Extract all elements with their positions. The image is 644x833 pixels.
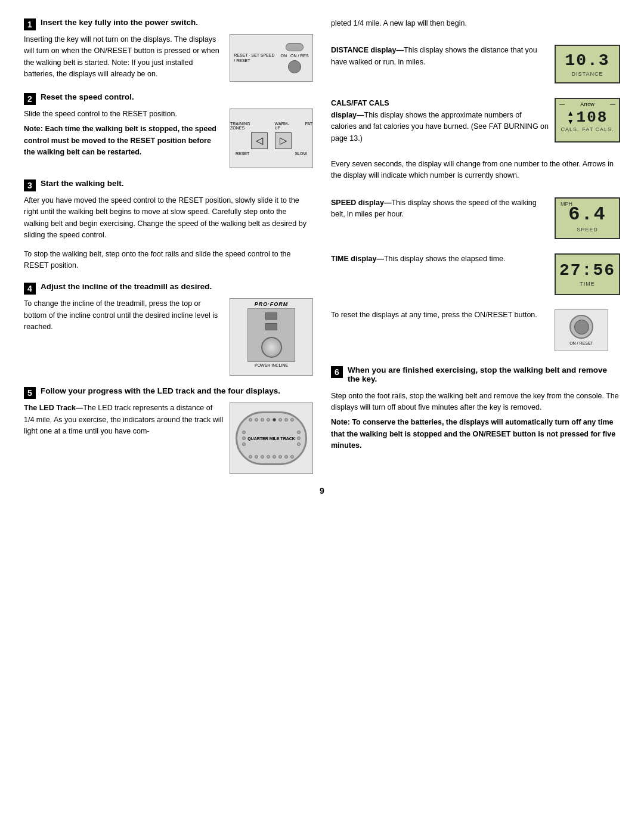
track-dots-top (249, 418, 294, 422)
cals-display-section: CALS/FAT CALSdisplay—This display shows … (331, 98, 620, 144)
fat-cals-label-text: FAT CALS. (582, 126, 614, 132)
step-5-text: The LED Track—The LED track represents a… (24, 402, 224, 437)
track-dot (278, 455, 282, 459)
track-dot (273, 455, 276, 459)
track-oval: QUARTER MILE TRACK (236, 411, 307, 465)
time-display-section: TIME display—This display shows the elap… (331, 253, 620, 295)
step-3-title: Start the walking belt. (41, 179, 124, 188)
mph-label: MPH (561, 201, 572, 207)
track-dots-bottom (249, 455, 294, 459)
track-dot (284, 455, 288, 459)
speed-label: SPEED display— (331, 199, 391, 207)
reset-ctrl-label: RESET (236, 151, 249, 156)
step-5-content: The LED Track—The LED track represents a… (24, 402, 313, 474)
time-label: TIME display— (331, 255, 384, 263)
step-5-number: 5 (24, 387, 36, 399)
track-dot (297, 436, 301, 440)
speed-lcd: MPH 6.4 SPEED (555, 197, 620, 239)
arrow-indicator-left: ▲ ▼ (567, 109, 574, 126)
left-arrow-btn: ◁ (251, 132, 268, 149)
step-4-number: 4 (24, 283, 36, 295)
right-top-text: pleted 1/4 mile. A new lap will then beg… (331, 18, 620, 29)
step-5-title: Follow your progress with the LED track … (41, 386, 280, 395)
distance-lcd-label: DISTANCE (572, 71, 603, 77)
control-top-labels: TRAINING ZONES WARM-UP FAT (230, 122, 312, 130)
speed-text: SPEED display—This display shows the spe… (331, 197, 549, 221)
speed-display-section: SPEED display—This display shows the spe… (331, 197, 620, 239)
right-arrow-btn: ▷ (275, 132, 292, 149)
arrow-dash-right: — (610, 101, 615, 107)
step-5-header: 5 Follow your progress with the LED trac… (24, 386, 313, 399)
step-2-bold-note: Note: Each time the walking belt is stop… (24, 123, 224, 158)
left-column: 1 Insert the key fully into the power sw… (24, 18, 313, 474)
distance-text: DISTANCE display—This display shows the … (331, 45, 549, 68)
step-4-title: Adjust the incline of the treadmill as d… (41, 282, 212, 291)
step-1-body: Inserting the key will not turn on the d… (24, 34, 224, 80)
on-reset-labels: ON ON / RES (280, 54, 308, 58)
step-3-body: After you have moved the speed control t… (24, 195, 313, 241)
reset-label-sm: / RESET (234, 58, 274, 63)
step-1-header: 1 Insert the key fully into the power sw… (24, 18, 313, 30)
step-1-number: 1 (24, 18, 36, 30)
track-dot (255, 455, 258, 459)
speed-lcd-value: 6.4 (568, 203, 606, 225)
reset-visual: ON / RESET (555, 309, 620, 351)
step-4-text: To change the incline of the treadmill, … (24, 298, 224, 333)
track-dot (261, 418, 264, 422)
track-dot (242, 431, 246, 434)
arrow-dash-left: — (559, 101, 565, 107)
power-incline-label: POWER INCLINE (255, 363, 288, 367)
track-dot (242, 436, 246, 440)
cals-arrow-row: ▲ ▼ 108 (567, 109, 608, 126)
step-5-body: The LED Track—The LED track represents a… (24, 402, 224, 437)
track-diagram: QUARTER MILE TRACK (230, 402, 313, 474)
step-6-title: When you are finished exercising, stop t… (348, 366, 620, 383)
step-6-bold-note: Note: To conserve the batteries, the dis… (331, 417, 620, 451)
control-buttons: ◁ ▷ (251, 132, 292, 149)
step-3-number: 3 (24, 179, 36, 191)
distance-lcd-value: 10.3 (565, 51, 609, 70)
cals-lcd-display: — Arrow — ▲ ▼ 108 CALS. FAT CALS. (555, 98, 620, 143)
power-controls: ON ON / RES (280, 43, 308, 73)
track-dot (261, 455, 264, 459)
ctrl-bottom-labels: RESET SLOW (236, 151, 307, 156)
arrow-up-icon: ▲ (567, 109, 574, 117)
every7s-text: Every seven seconds, the display will ch… (331, 159, 620, 182)
step-6-header: 6 When you are finished exercising, stop… (331, 366, 620, 383)
cals-lcd-value: 108 (577, 109, 608, 126)
time-description: TIME display—This display shows the elap… (331, 253, 549, 265)
track-side-left (242, 431, 246, 446)
incline-dial (261, 337, 282, 358)
incline-diagram: PRO·FORM POWER INCLINE (230, 298, 313, 376)
step-1-section: 1 Insert the key fully into the power sw… (24, 18, 313, 82)
speed-lcd-display: MPH 6.4 SPEED (555, 197, 620, 239)
cals-text: CALS/FAT CALSdisplay—This display shows … (331, 98, 549, 144)
cals-lcd: — Arrow — ▲ ▼ 108 CALS. FAT CALS. (555, 98, 620, 143)
on-button-visual (288, 60, 301, 73)
proform-brand: PRO·FORM (255, 301, 289, 307)
track-dot (284, 418, 288, 422)
time-lcd: 27:56 TIME (555, 253, 620, 295)
track-dot (278, 418, 282, 422)
incline-down-btn (265, 323, 277, 330)
power-row: RESET · SET SPEED / RESET ON ON / RES (234, 43, 308, 73)
reset-inner (574, 320, 589, 335)
on-reset-label: ON / RESET (569, 341, 593, 345)
track-visual: QUARTER MILE TRACK (230, 402, 313, 474)
track-dot (249, 418, 252, 422)
time-lcd-value: 27:56 (559, 261, 615, 280)
distance-label: DISTANCE display— (331, 46, 404, 54)
step-2-number: 2 (24, 93, 36, 105)
cals-label-text: CALS. (561, 126, 579, 132)
speed-lcd-label: SPEED (577, 227, 598, 233)
reset-note-text: To reset the displays at any time, press… (331, 309, 549, 321)
step-4-header: 4 Adjust the incline of the treadmill as… (24, 282, 313, 295)
fat-label: FAT (305, 122, 312, 130)
track-dot (290, 418, 294, 422)
power-switch-diagram: RESET · SET SPEED / RESET ON ON / RES (230, 34, 313, 82)
distance-display-section: DISTANCE display—This display shows the … (331, 45, 620, 83)
arrow-header: — Arrow — (559, 101, 615, 107)
step-2-content: Slide the speed control to the RESET pos… (24, 109, 313, 168)
speed-control-diagram: TRAINING ZONES WARM-UP FAT ◁ ▷ RESET SLO… (230, 109, 313, 168)
arrow-down-icon: ▼ (567, 117, 574, 126)
